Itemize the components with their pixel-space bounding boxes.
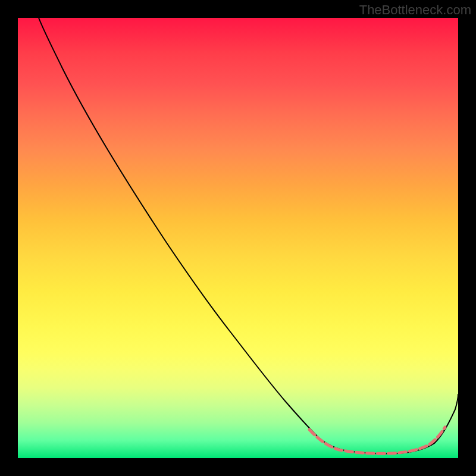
bottleneck-curve-line <box>39 18 458 453</box>
chart-plot-area <box>18 18 458 458</box>
optimal-range-highlight <box>309 427 445 453</box>
watermark-text: TheBottleneck.com <box>359 2 471 18</box>
chart-svg <box>18 18 458 458</box>
